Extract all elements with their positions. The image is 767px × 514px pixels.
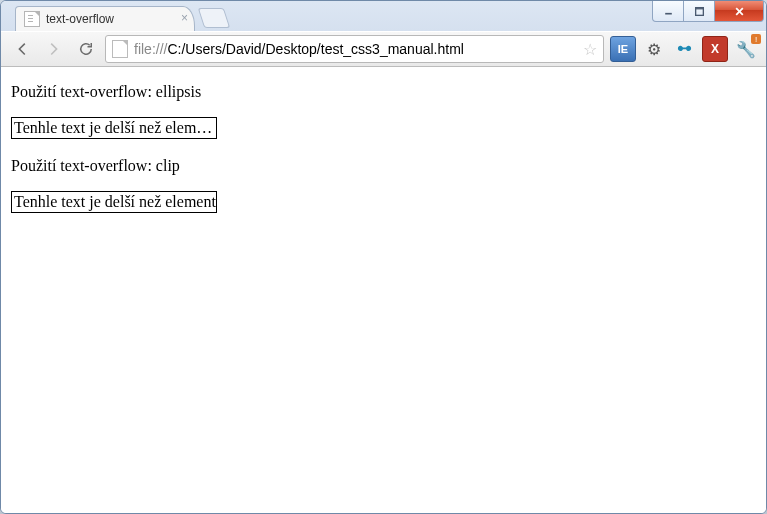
toolbar: file:///C:/Users/David/Desktop/test_css3… xyxy=(1,31,766,67)
ellipsis-demo-box: Tenhle text je delší než element, ve kte… xyxy=(11,117,217,139)
back-button[interactable] xyxy=(9,36,35,62)
page-icon xyxy=(112,40,128,58)
url-scheme: file:/// xyxy=(134,41,167,57)
browser-tab[interactable]: text-overflow × xyxy=(15,6,195,31)
browser-window: text-overflow × xyxy=(0,0,767,514)
ie-tab-extension-icon[interactable]: IE xyxy=(610,36,636,62)
reload-button[interactable] xyxy=(73,36,99,62)
address-bar[interactable]: file:///C:/Users/David/Desktop/test_css3… xyxy=(105,35,604,63)
tab-title: text-overflow xyxy=(46,12,114,26)
minimize-button[interactable] xyxy=(652,1,684,22)
bookmark-star-icon[interactable]: ☆ xyxy=(583,40,597,59)
url-text: file:///C:/Users/David/Desktop/test_css3… xyxy=(134,41,577,57)
heading-ellipsis: Použití text-overflow: ellipsis xyxy=(11,83,756,101)
heading-clip: Použití text-overflow: clip xyxy=(11,157,756,175)
close-window-button[interactable] xyxy=(715,1,764,22)
clip-demo-box: Tenhle text je delší než element, ve kte… xyxy=(11,191,217,213)
gear-icon[interactable]: ⚙ xyxy=(642,37,666,61)
notification-badge: ! xyxy=(751,34,761,44)
x-extension-icon[interactable]: X xyxy=(702,36,728,62)
file-icon xyxy=(24,11,40,27)
forward-button[interactable] xyxy=(41,36,67,62)
spiral-extension-icon[interactable]: ꕹ xyxy=(672,37,696,61)
page-viewport: Použití text-overflow: ellipsis Tenhle t… xyxy=(1,67,766,513)
wrench-menu-icon[interactable]: 🔧 ! xyxy=(734,37,758,61)
new-tab-button[interactable] xyxy=(198,8,230,28)
close-tab-icon[interactable]: × xyxy=(181,12,188,24)
maximize-button[interactable] xyxy=(684,1,715,22)
url-path: C:/Users/David/Desktop/test_css3_manual.… xyxy=(167,41,463,57)
